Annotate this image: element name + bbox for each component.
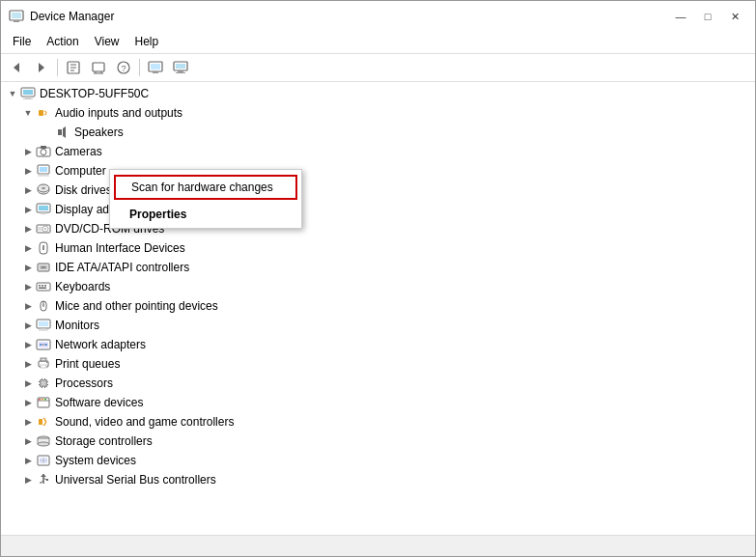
svg-point-58 <box>42 304 44 306</box>
display-icon <box>36 202 51 217</box>
expand-hid[interactable]: ▶ <box>20 240 36 256</box>
expand-mice[interactable]: ▶ <box>20 298 36 314</box>
close-button[interactable]: ✕ <box>722 7 747 26</box>
tree-item-processors[interactable]: ▶ Processors <box>1 374 755 393</box>
tree-item-hid[interactable]: ▶ Human Interface Devices <box>1 238 755 258</box>
context-scan-hardware[interactable]: Scan for hardware changes <box>114 175 297 200</box>
hid-icon <box>36 240 51 256</box>
expand-ide[interactable]: ▶ <box>20 260 36 275</box>
tree-root[interactable]: ▼ DESKTOP-5UFF50C <box>1 84 755 103</box>
expand-monitors[interactable]: ▶ <box>20 318 36 333</box>
svg-rect-74 <box>39 384 40 385</box>
menu-bar: File Action View Help <box>1 30 755 54</box>
tree-item-monitors[interactable]: ▶ Monitors <box>1 316 755 335</box>
update-driver-button[interactable] <box>87 57 110 78</box>
tree-item-keyboard[interactable]: ▶ Keyboards <box>1 277 755 296</box>
svg-rect-40 <box>41 212 46 214</box>
properties-label: Properties <box>129 208 186 221</box>
expand-software[interactable]: ▶ <box>20 395 36 410</box>
svg-marker-3 <box>14 63 19 72</box>
expand-system[interactable]: ▶ <box>20 453 36 468</box>
svg-point-43 <box>44 228 46 230</box>
tree-view[interactable]: ▼ DESKTOP-5UFF50C ▼ <box>1 82 755 535</box>
svg-rect-33 <box>40 174 47 176</box>
tree-item-sound[interactable]: ▶ Sound, video and game controllers <box>1 412 755 432</box>
network-label: Network adapters <box>55 338 146 351</box>
window-title: Device Manager <box>30 10 114 23</box>
menu-file[interactable]: File <box>5 32 39 51</box>
svg-rect-84 <box>39 399 41 401</box>
expand-root[interactable]: ▼ <box>5 86 20 101</box>
tree-item-speakers[interactable]: ▶ Speakers <box>1 123 755 142</box>
svg-rect-86 <box>44 399 46 401</box>
tree-item-ide[interactable]: ▶ IDE ATA/ATAPI controllers <box>1 258 755 277</box>
help-button[interactable]: ? <box>112 57 135 78</box>
menu-action[interactable]: Action <box>39 32 86 51</box>
context-properties[interactable]: Properties <box>110 203 301 226</box>
svg-rect-32 <box>40 167 47 172</box>
expand-disk[interactable]: ▶ <box>20 182 36 198</box>
svg-rect-77 <box>42 378 42 379</box>
monitor-button[interactable] <box>169 57 192 78</box>
menu-help[interactable]: Help <box>127 32 167 51</box>
sound-label: Sound, video and game controllers <box>55 415 234 429</box>
tree-item-storage[interactable]: ▶ Storage controllers <box>1 432 755 451</box>
tree-item-mice[interactable]: ▶ Mice and other pointing devices <box>1 296 755 316</box>
tree-item-software[interactable]: ▶ Software devices <box>1 393 755 412</box>
expand-print[interactable]: ▶ <box>20 356 36 372</box>
disk-label: Disk drives <box>55 183 112 197</box>
svg-rect-16 <box>151 64 160 70</box>
forward-button[interactable] <box>30 57 53 78</box>
scan-button[interactable] <box>144 57 167 78</box>
svg-rect-55 <box>39 288 46 290</box>
disk-icon <box>36 182 51 198</box>
back-button[interactable] <box>5 57 28 78</box>
expand-keyboard[interactable]: ▶ <box>20 279 36 294</box>
svg-rect-30 <box>41 146 46 149</box>
expand-audio[interactable]: ▼ <box>20 105 36 121</box>
expand-usb[interactable]: ▶ <box>20 472 36 487</box>
svg-rect-76 <box>47 384 48 385</box>
tree-item-system[interactable]: ▶ System devices <box>1 451 755 470</box>
minimize-button[interactable]: — <box>668 7 693 26</box>
svg-rect-21 <box>176 72 185 73</box>
keyboard-icon <box>36 279 51 294</box>
status-bar <box>1 535 755 556</box>
svg-rect-53 <box>42 285 43 287</box>
tree-item-print[interactable]: ▶ Print queues <box>1 354 755 374</box>
properties-button[interactable] <box>62 57 85 78</box>
expand-storage[interactable]: ▶ <box>20 433 36 449</box>
maximize-button[interactable]: □ <box>695 7 720 26</box>
expand-network[interactable]: ▶ <box>20 337 36 352</box>
software-label: Software devices <box>55 396 143 409</box>
system-label: System devices <box>55 454 136 467</box>
expand-dvd[interactable]: ▶ <box>20 221 36 237</box>
computer-icon <box>20 86 36 101</box>
expand-computer[interactable]: ▶ <box>20 163 36 179</box>
tree-item-usb[interactable]: ▶ Universal Serial Bus controllers <box>1 470 755 489</box>
svg-rect-26 <box>39 110 43 116</box>
svg-point-47 <box>42 248 44 250</box>
cameras-label: Cameras <box>55 145 102 158</box>
tree-item-network[interactable]: ▶ Network adapters <box>1 335 755 354</box>
svg-point-29 <box>41 150 46 155</box>
expand-display[interactable]: ▶ <box>20 202 36 217</box>
hid-label: Human Interface Devices <box>55 241 185 255</box>
ide-icon <box>36 260 51 275</box>
toolbar: ? <box>1 54 755 82</box>
svg-point-90 <box>38 442 49 446</box>
menu-view[interactable]: View <box>87 32 127 51</box>
tree-item-cameras[interactable]: ▶ Cameras <box>1 142 755 161</box>
expand-sound[interactable]: ▶ <box>20 414 36 430</box>
expand-processors[interactable]: ▶ <box>20 376 36 391</box>
svg-rect-69 <box>41 358 46 361</box>
svg-rect-61 <box>41 328 46 330</box>
svg-rect-62 <box>39 330 48 331</box>
processor-icon <box>36 376 51 391</box>
expand-cameras[interactable]: ▶ <box>20 144 36 159</box>
audio-icon <box>36 105 51 121</box>
svg-rect-79 <box>42 387 42 388</box>
svg-marker-4 <box>39 63 44 72</box>
tree-item-audio[interactable]: ▼ Audio inputs and outputs <box>1 103 755 123</box>
usb-label: Universal Serial Bus controllers <box>55 473 216 487</box>
